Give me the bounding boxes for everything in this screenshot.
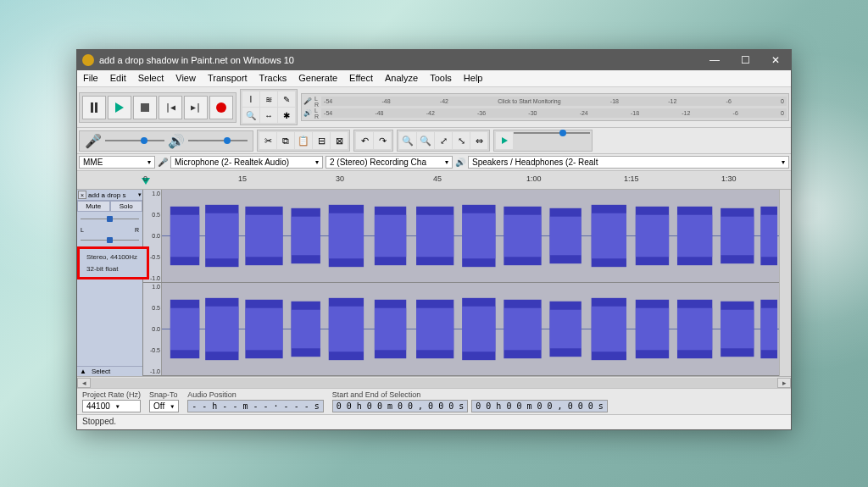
waveform-right-channel[interactable]: 1.0 0.5 0.0 -0.5 -1.0 [143,283,779,376]
selection-end-input[interactable]: 0 0 h 0 0 m 0 0 , 0 0 0 s [471,400,608,412]
selection-label: Start and End of Selection [332,390,608,399]
menu-help[interactable]: Help [458,70,489,86]
svg-rect-49 [245,308,282,351]
audio-position-input[interactable]: - - h - - m - - · - - - s [187,400,324,412]
record-volume[interactable]: 🎤 🔊 [79,130,253,152]
svg-rect-28 [677,215,712,257]
zoom-tool[interactable]: 🔍 [242,108,259,123]
play-button[interactable] [108,96,131,119]
audio-host-select[interactable]: MME [79,156,155,169]
menu-tracks[interactable]: Tracks [253,70,293,86]
svg-rect-56 [549,310,581,349]
vertical-scrollbar[interactable] [779,190,791,376]
svg-rect-58 [636,308,669,351]
multi-tool[interactable]: ✱ [278,108,295,123]
fit-selection-button[interactable]: ⤢ [435,132,452,149]
svg-rect-57 [592,307,626,352]
speaker-icon: 🔊 [455,158,465,167]
envelope-tool[interactable]: ≋ [260,91,277,107]
svg-rect-61 [760,308,777,351]
cut-button[interactable]: ✂ [259,132,276,149]
gain-slider[interactable] [81,214,139,224]
menu-view[interactable]: View [170,70,202,86]
svg-rect-24 [504,215,541,257]
snap-to-label: Snap-To [149,390,179,399]
menu-select[interactable]: Select [132,70,170,86]
svg-rect-25 [549,217,581,256]
playback-device-select[interactable]: Speakers / Headphones (2- Realt [468,156,789,169]
waveform-canvas-right[interactable] [162,283,779,375]
silence-button[interactable]: ⊠ [331,132,348,149]
waveform-canvas-left[interactable] [162,190,779,282]
audio-position-label: Audio Position [187,390,324,399]
selection-start-input[interactable]: 0 0 h 0 0 m 0 0 , 0 0 0 s [332,400,469,412]
record-button[interactable] [209,96,233,119]
selection-tool[interactable]: I [242,91,259,107]
menu-file[interactable]: File [77,70,104,86]
skip-start-button[interactable]: |◀ [159,96,182,119]
menu-transport[interactable]: Transport [202,70,253,86]
svg-rect-60 [721,310,754,349]
maximize-button[interactable]: ☐ [730,50,760,70]
recording-meter[interactable]: 🎤 LR -54-48-42 Click to Start Monitoring… [301,93,789,121]
close-button[interactable]: ✕ [760,50,791,70]
tracks-area: × add a drop s ▾ Mute Solo LR Stereo, 44… [77,190,791,376]
track-format-info-highlighted: Stereo, 44100Hz 32-bit float [77,246,149,279]
undo-button[interactable]: ↶ [356,132,373,149]
skip-end-button[interactable]: ▶| [184,96,208,119]
project-rate-label: Project Rate (Hz) [82,390,141,399]
track-control-panel: × add a drop s ▾ Mute Solo LR Stereo, 44… [77,190,143,376]
timeline-ruler[interactable]: 0 15 30 45 1:00 1:15 1:30 [77,171,791,190]
trim-button[interactable]: ⊟ [313,132,330,149]
zoom-out-button[interactable]: 🔍 [417,132,434,149]
app-window: add a drop shadow in Paint.net on Window… [76,49,792,430]
tools-palette: I ≋ ✎ 🔍 ↔ ✱ [240,89,298,125]
project-rate-select[interactable]: 44100 ▾ [82,400,141,412]
track-name[interactable]: add a drop s [86,191,138,199]
collapse-button[interactable]: ▲ [77,367,89,376]
menu-edit[interactable]: Edit [104,70,132,86]
svg-rect-16 [170,215,199,257]
play-at-speed-button[interactable] [496,132,513,149]
solo-button[interactable]: Solo [110,201,143,212]
snap-to-select[interactable]: Off ▾ [149,400,179,412]
pause-button[interactable] [82,96,106,119]
svg-rect-22 [416,215,453,257]
recording-device-select[interactable]: Microphone (2- Realtek Audio) [170,156,323,169]
zoom-in-button[interactable]: 🔍 [399,132,416,149]
minimize-button[interactable]: — [699,50,730,70]
svg-rect-53 [416,308,453,351]
svg-rect-18 [245,215,282,257]
track-close-button[interactable]: × [78,191,86,199]
stop-button[interactable] [133,96,157,119]
horizontal-scrollbar[interactable] [77,376,791,388]
menu-tools[interactable]: Tools [424,70,458,86]
window-title: add a drop shadow in Paint.net on Window… [99,55,294,65]
menu-analyze[interactable]: Analyze [379,70,424,86]
copy-button[interactable]: ⧉ [277,132,294,149]
track-menu-dropdown[interactable]: ▾ [138,191,142,198]
mute-button[interactable]: Mute [77,201,110,212]
playback-meter[interactable]: -54-48-42-36-30-24-18-12-60 [321,108,787,118]
waveform-left-channel[interactable]: 1.0 0.5 0.0 -0.5 -1.0 [143,190,779,283]
fit-project-button[interactable]: ⤡ [453,132,470,149]
redo-button[interactable]: ↷ [374,132,391,149]
svg-rect-30 [760,215,777,257]
pan-slider[interactable] [81,235,139,246]
play-speed-slider[interactable] [514,132,590,134]
timeshift-tool[interactable]: ↔ [260,108,277,123]
speaker-icon: 🔊 [303,109,312,117]
paste-button[interactable]: 📋 [295,132,312,149]
transport-controls: |◀ ▶| [79,92,236,123]
recording-channels-select[interactable]: 2 (Stereo) Recording Cha [326,156,453,169]
menu-generate[interactable]: Generate [292,70,343,86]
draw-tool[interactable]: ✎ [278,91,295,107]
svg-rect-47 [170,308,199,351]
svg-rect-26 [592,213,626,259]
selection-toolbar: Project Rate (Hz) 44100 ▾ Snap-To Off ▾ … [77,388,791,414]
titlebar[interactable]: add a drop shadow in Paint.net on Window… [77,50,791,70]
zoom-toggle-button[interactable]: ⇔ [470,132,487,149]
menu-effect[interactable]: Effect [343,70,379,86]
select-track-button[interactable]: Select [89,367,113,376]
svg-rect-52 [375,308,406,351]
